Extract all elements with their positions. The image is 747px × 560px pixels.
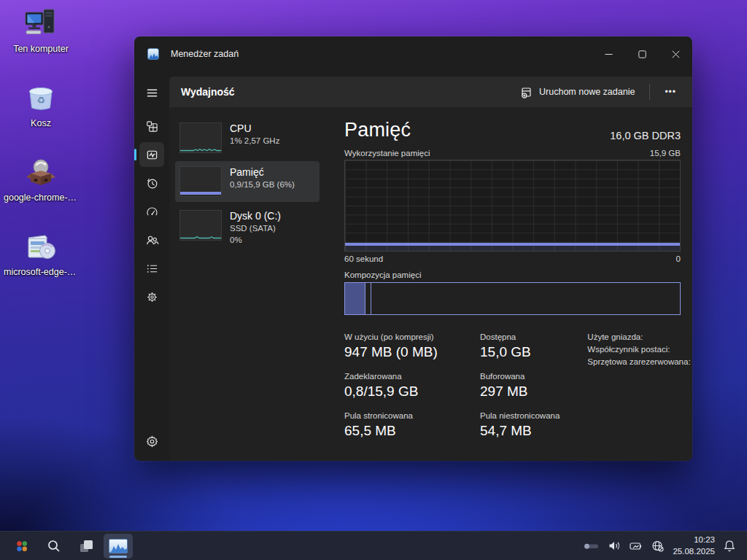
run-new-task-button[interactable]: Uruchom nowe zadanie [511, 81, 643, 104]
search-button[interactable] [39, 534, 69, 559]
taskbar-clock[interactable]: 10:23 25.08.2025 [673, 534, 715, 557]
perf-item-detail2: 0% [230, 235, 281, 246]
detail-form-factor: Współczynnik postaci: SODIMM [587, 345, 692, 354]
perf-item-detail: 1% 2,57 GHz [230, 136, 279, 147]
run-new-task-icon [520, 86, 533, 98]
search-icon [47, 539, 61, 553]
desktop-icon-chrome-installer[interactable]: google-chrome-p... [4, 155, 78, 203]
minimize-button[interactable] [592, 36, 625, 71]
task-view-icon [78, 538, 94, 554]
disk-mini-chart [179, 210, 222, 241]
memory-composition-bar[interactable] [344, 282, 681, 315]
more-options-button[interactable]: ••• [656, 82, 685, 101]
computer-icon [23, 6, 58, 41]
clock-date: 25.08.2025 [673, 546, 715, 558]
taskbar-item-task-manager[interactable] [104, 534, 133, 559]
perf-item-name: CPU [230, 122, 279, 134]
sidebar-item-app-history[interactable] [139, 171, 164, 195]
perf-item-memory[interactable]: Pamięć 0,9/15,9 GB (6%) [175, 161, 320, 202]
perf-item-name: Pamięć [230, 166, 295, 178]
perf-item-name: Dysk 0 (C:) [230, 210, 281, 222]
memory-panel: Pamięć 16,0 GB DDR3 Wykorzystanie pamięc… [324, 107, 692, 461]
memory-usage-chart[interactable] [344, 160, 681, 252]
stat-available: Dostępna 15,0 GB [480, 332, 560, 360]
time-window-label: 60 sekund [344, 254, 383, 263]
composition-modified-segment [365, 283, 371, 314]
stat-non-paged-pool: Pula niestronicowana 54,7 MB [480, 411, 560, 439]
sidebar-item-users[interactable] [139, 228, 164, 252]
start-button[interactable] [7, 534, 36, 559]
page-header: Wydajność Uruchom nowe zadanie ••• [169, 77, 692, 107]
network-no-internet-icon[interactable] [651, 540, 664, 552]
start-icon [15, 539, 29, 553]
recycle-bin-icon: ♻ [23, 80, 58, 115]
performance-list: CPU 1% 2,57 GHz Pamięć 0,9/15,9 GB (6%) [169, 107, 324, 461]
task-manager-icon [109, 539, 128, 553]
sidebar-item-processes[interactable] [139, 114, 164, 139]
installer-icon [23, 229, 58, 264]
memory-title: Pamięć [344, 119, 411, 141]
sidebar-item-performance[interactable] [139, 142, 164, 167]
desktop-icon-this-pc[interactable]: Ten komputer [4, 6, 78, 54]
page-title: Wydajność [181, 86, 235, 98]
navigation-menu-button[interactable] [139, 80, 164, 105]
desktop-icon-recycle-bin[interactable]: ♻ Kosz [4, 80, 78, 128]
perf-item-cpu[interactable]: CPU 1% 2,57 GHz [175, 117, 320, 158]
sidebar-item-services[interactable] [139, 284, 164, 309]
stat-in-use: W użyciu (po kompresji) 947 MB (0 MB) [344, 332, 460, 360]
close-button[interactable] [659, 36, 692, 71]
stat-committed: Zadeklarowana 0,8/15,9 GB [344, 372, 460, 400]
sidebar-item-startup-apps[interactable] [139, 199, 164, 224]
memory-usage-fill [345, 246, 680, 251]
memory-stats: W użyciu (po kompresji) 947 MB (0 MB) Do… [344, 332, 560, 439]
detail-slots-used: Użyte gniazda: 2 z 2 [587, 332, 692, 341]
sidebar [134, 71, 169, 461]
memory-capacity: 16,0 GB DDR3 [610, 130, 681, 141]
stat-paged-pool: Pula stronicowana 65,5 MB [344, 411, 460, 439]
desktop-icon-label: Ten komputer [4, 44, 78, 54]
detail-hardware-reserved: Sprzętowa zarezerwowana: 87,7 MB [587, 357, 692, 366]
memory-composition-label: Kompozycja pamięci [344, 271, 681, 279]
header-divider [649, 84, 650, 100]
stat-cached: Buforowana 297 MB [480, 372, 560, 400]
desktop-icon-edge-installer[interactable]: microsoft-edge-c... [4, 229, 78, 277]
taskbar: 10:23 25.08.2025 [0, 531, 747, 560]
memory-usage-line [345, 243, 680, 246]
composition-in-use-segment [345, 283, 365, 314]
tray-indicator-icon[interactable] [584, 543, 600, 549]
run-new-task-label: Uruchom nowe zadanie [539, 87, 635, 97]
settings-button[interactable] [139, 429, 164, 454]
desktop-icon-label: Kosz [4, 118, 78, 128]
cpu-mini-chart [179, 122, 222, 153]
sidebar-item-details[interactable] [139, 256, 164, 281]
clock-time: 10:23 [673, 534, 715, 546]
notifications-bell-icon[interactable] [724, 540, 735, 552]
memory-scale-max: 15,9 GB [650, 149, 681, 158]
memory-mini-chart [179, 166, 222, 197]
volume-icon[interactable] [608, 540, 621, 551]
svg-text:♻: ♻ [36, 95, 45, 106]
time-end-label: 0 [676, 254, 681, 263]
titlebar[interactable]: Menedżer zadań [134, 36, 692, 71]
task-manager-app-icon [147, 48, 159, 60]
package-icon [23, 155, 58, 190]
window-title: Menedżer zadań [171, 49, 239, 59]
battery-icon[interactable] [630, 541, 643, 551]
desktop-icon-label: google-chrome-p... [4, 192, 78, 203]
maximize-button[interactable] [625, 36, 659, 71]
memory-usage-label: Wykorzystanie pamięci [344, 149, 430, 158]
perf-item-disk[interactable]: Dysk 0 (C:) SSD (SATA) 0% [175, 205, 320, 251]
task-view-button[interactable] [71, 534, 101, 559]
perf-item-detail: SSD (SATA) [230, 223, 281, 235]
perf-item-detail: 0,9/15,9 GB (6%) [230, 179, 295, 191]
task-manager-window: Menedżer zadań [134, 36, 692, 461]
memory-hardware-details: Użyte gniazda: 2 z 2 Współczynnik postac… [587, 332, 692, 439]
desktop-icon-label: microsoft-edge-c... [4, 267, 78, 277]
